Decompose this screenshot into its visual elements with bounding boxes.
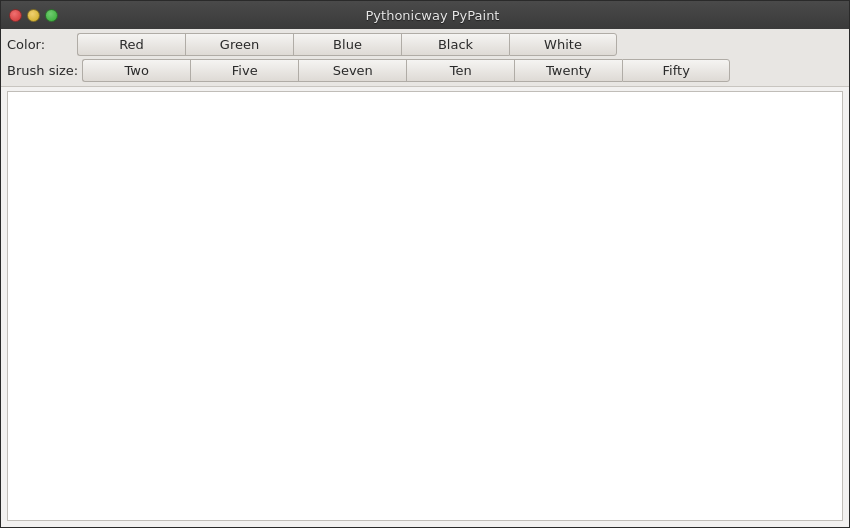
brush-two-button[interactable]: Two [82, 59, 190, 82]
brush-fifty-button[interactable]: Fifty [622, 59, 730, 82]
color-blue-button[interactable]: Blue [293, 33, 401, 56]
color-row: Color: Red Green Blue Black White [7, 33, 843, 56]
paint-canvas[interactable] [7, 91, 843, 521]
color-label: Color: [7, 37, 77, 52]
maximize-button[interactable] [45, 9, 58, 22]
brush-twenty-button[interactable]: Twenty [514, 59, 622, 82]
color-white-button[interactable]: White [509, 33, 617, 56]
brush-button-group: Two Five Seven Ten Twenty Fifty [82, 59, 730, 82]
brush-label: Brush size: [7, 63, 82, 78]
color-black-button[interactable]: Black [401, 33, 509, 56]
close-button[interactable] [9, 9, 22, 22]
brush-seven-button[interactable]: Seven [298, 59, 406, 82]
window-title: Pythonicway PyPaint [64, 8, 801, 23]
titlebar: Pythonicway PyPaint [1, 1, 849, 29]
toolbar: Color: Red Green Blue Black White Brush … [1, 29, 849, 87]
color-button-group: Red Green Blue Black White [77, 33, 617, 56]
brush-five-button[interactable]: Five [190, 59, 298, 82]
minimize-button[interactable] [27, 9, 40, 22]
color-red-button[interactable]: Red [77, 33, 185, 56]
brush-ten-button[interactable]: Ten [406, 59, 514, 82]
window-controls [9, 9, 58, 22]
brush-row: Brush size: Two Five Seven Ten Twenty Fi… [7, 59, 843, 82]
main-window: Pythonicway PyPaint Color: Red Green Blu… [0, 0, 850, 528]
color-green-button[interactable]: Green [185, 33, 293, 56]
